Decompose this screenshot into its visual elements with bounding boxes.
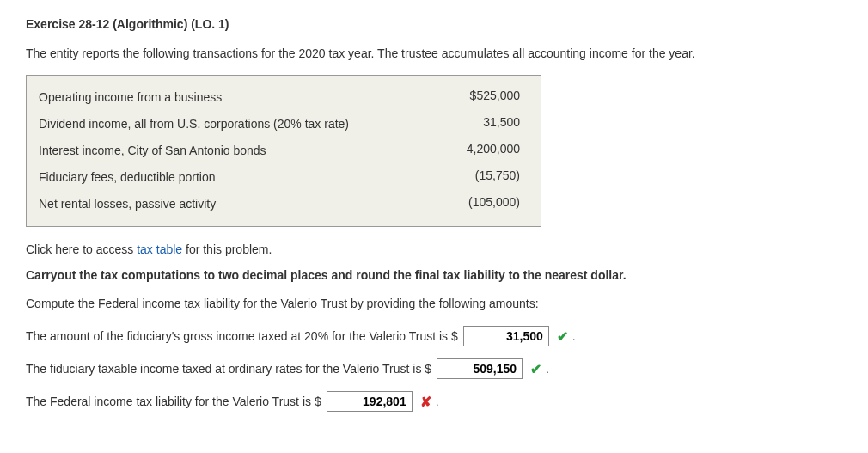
rounding-instruction: Carryout the tax computations to two dec… [26,266,842,285]
period: . [572,329,576,343]
row-label: Net rental losses, passive activity [39,195,425,213]
table-row: Fiduciary fees, deductible portion (15,7… [39,164,529,191]
exercise-heading: Exercise 28-12 (Algorithmic) (LO. 1) [26,17,842,31]
answer-input-2[interactable] [437,358,523,379]
row-label: Fiduciary fees, deductible portion [39,168,425,187]
answer-text: The amount of the fiduciary's gross inco… [26,329,458,343]
answer-line-2: The fiduciary taxable income taxed at or… [26,358,842,379]
row-value: $525,000 [425,89,529,102]
answer-input-3[interactable] [327,391,413,412]
compute-instruction: Compute the Federal income tax liability… [26,297,842,310]
period: . [436,395,439,408]
link-suffix: for this problem. [182,242,272,256]
tax-table-link[interactable]: tax table [137,242,182,256]
cross-icon: ✘ [420,394,431,410]
table-row: Net rental losses, passive activity (105… [39,191,529,217]
answer-line-3: The Federal income tax liability for the… [26,391,842,412]
answer-line-1: The amount of the fiduciary's gross inco… [26,326,842,346]
check-icon: ✔ [557,328,568,345]
table-row: Operating income from a business $525,00… [39,84,529,111]
row-value: 31,500 [425,115,529,129]
row-label: Operating income from a business [39,89,425,107]
link-prefix: Click here to access [26,242,137,256]
row-value: (105,000) [425,195,529,209]
check-icon: ✔ [530,361,541,377]
row-value: (15,750) [425,168,529,182]
intro-text: The entity reports the following transac… [26,45,842,63]
answer-text: The Federal income tax liability for the… [26,395,321,408]
table-row: Interest income, City of San Antonio bon… [39,138,529,164]
tax-table-link-line: Click here to access tax table for this … [26,242,842,256]
row-value: 4,200,000 [425,142,529,156]
transactions-table: Operating income from a business $525,00… [26,75,541,227]
answer-text: The fiduciary taxable income taxed at or… [26,362,431,376]
table-row: Dividend income, all from U.S. corporati… [39,111,529,138]
period: . [546,362,549,376]
answer-input-1[interactable] [463,326,549,346]
row-label: Interest income, City of San Antonio bon… [39,142,425,160]
row-label: Dividend income, all from U.S. corporati… [39,115,425,133]
